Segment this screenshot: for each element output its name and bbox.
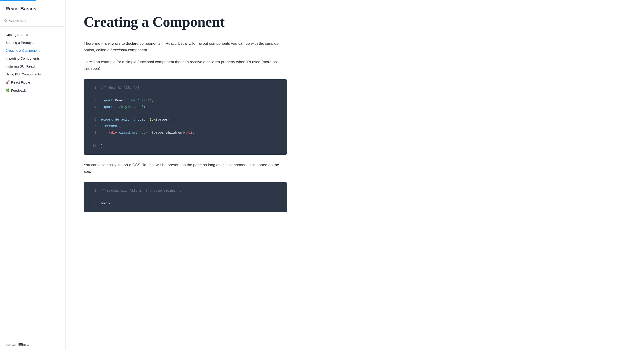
sidebar-item-feedback[interactable]: 🌿 Feedback [0,86,65,94]
sidebar: React Basics Getting Started Starting a … [0,0,66,350]
search-container [0,16,65,27]
code-line-3: 3 import React from 'react'; [84,97,287,104]
main-content: Creating a Component There are many ways… [66,0,644,350]
code-line-7: 7 return ( [84,123,287,130]
example-intro-paragraph: Here's an example for a simple functiona… [84,59,280,72]
docz-logo: docz [18,343,30,347]
docz-brand: docz [23,343,30,347]
code-line-6: 6 export default function Box(props) { [84,116,287,123]
code-block-1: 1 {/* Box.js file */} 2 3 import React f… [84,79,287,155]
code-line-9: 9 ) [84,136,287,143]
code-line-1: 1 {/* Box.js file */} [84,85,287,91]
sidebar-item-using-bui[interactable]: Using BUI Components [0,70,65,78]
page-title: Creating a Component [84,13,225,32]
code-line-4: 4 import './styles.css'; [84,104,287,110]
sidebar-item-importing-components[interactable]: Importing Components [0,54,65,62]
code-line-8: 8 <div className="box">{props.children}<… [84,130,287,136]
search-icon [4,19,7,23]
rocket-emoji: 🚀 [6,80,10,84]
sidebar-item-react-fiddle[interactable]: 🚀 React Fiddle [0,78,65,86]
sidebar-footer: Built with docz [0,339,65,350]
code-line-2: 2 [84,91,287,97]
sidebar-nav: Getting Started Starting a Prototype Cre… [0,27,65,339]
sidebar-item-creating-component[interactable]: Creating a Component [0,46,65,54]
sidebar-item-starting-prototype[interactable]: Starting a Prototype [0,39,65,46]
code2-line-1: 1 /* styles.css file in the same folder … [84,188,287,194]
after-code-paragraph: You can also easily import a CSS file, t… [84,162,280,175]
sidebar-item-installing-bui[interactable]: Installing BUI React [0,62,65,70]
code2-line-2: 2 [84,194,287,200]
footer-prefix: Built with [6,343,17,347]
docz-icon [18,343,22,347]
code-block-2: 1 /* styles.css file in the same folder … [84,182,287,212]
sidebar-title: React Basics [0,1,65,16]
sidebar-item-getting-started[interactable]: Getting Started [0,31,65,39]
code2-line-3: 3 box { [84,200,287,207]
leaf-emoji: 🌿 [6,88,10,92]
svg-line-1 [6,21,7,22]
intro-paragraph: There are many ways to declare component… [84,40,280,53]
code-line-10: 10 } [84,143,287,149]
code-line-5: 5 [84,110,287,116]
search-input[interactable] [9,19,61,23]
